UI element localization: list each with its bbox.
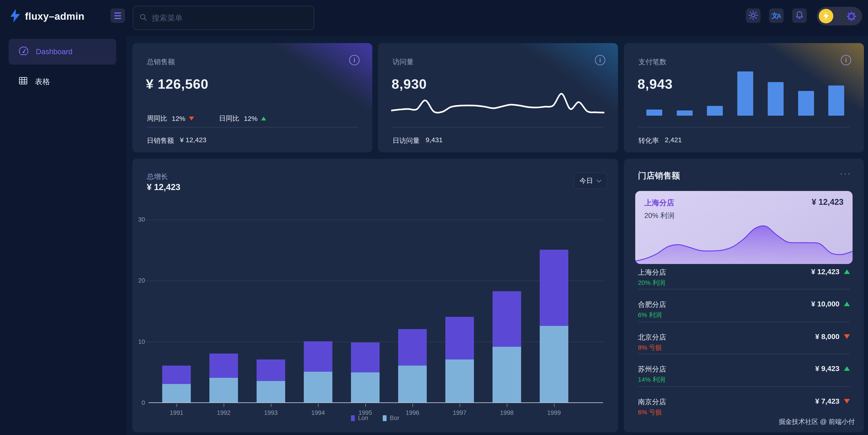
app-title: fluxy–admin — [25, 11, 84, 22]
legend-label: Lon — [358, 414, 368, 422]
mini-bar — [677, 111, 693, 116]
legend-swatch — [383, 415, 386, 421]
info-icon[interactable]: i — [349, 55, 360, 65]
avatar[interactable] — [819, 9, 833, 23]
legend-label: Bor — [390, 414, 399, 422]
divider — [638, 321, 850, 322]
footer-value: 9,431 — [426, 136, 443, 145]
shop-list-item[interactable]: 苏州分店 14% 利润 ¥ 9,423 — [638, 362, 850, 389]
shop-name: 南京分店 — [638, 397, 666, 407]
info-icon[interactable]: i — [595, 55, 605, 65]
range-select-value: 今日 — [580, 176, 593, 186]
chart-legend: LonBor — [132, 414, 618, 422]
stat-label: 总销售额 — [147, 57, 175, 67]
shop-list-item[interactable]: 北京分店 8% 亏损 ¥ 8,000 — [638, 330, 850, 356]
sidebar: Dashboard 表格 — [0, 36, 126, 435]
legend-item[interactable]: Bor — [383, 414, 399, 422]
sun-icon — [748, 10, 758, 21]
more-icon[interactable]: ··· — [840, 168, 851, 179]
stacked-bar — [256, 360, 285, 402]
notifications-button[interactable] — [792, 8, 807, 23]
lightning-bolt-icon — [10, 9, 21, 24]
panel-title: 门店销售额 — [638, 170, 680, 181]
shop-value: ¥ 8,000 — [815, 333, 839, 341]
x-axis-tick — [271, 404, 271, 407]
growth-chart-card: 总增长 ¥ 12,423 今日 010203019911992199319941… — [132, 159, 618, 432]
visits-sparkline-chart — [391, 89, 604, 120]
divider — [638, 386, 850, 387]
app-logo: fluxy–admin — [10, 9, 84, 24]
stat-footer: 日访问量 9,431 — [393, 136, 443, 145]
range-select[interactable]: 今日 — [574, 173, 608, 189]
divider — [393, 127, 603, 127]
bell-icon — [795, 10, 804, 21]
topbar: fluxy–admin — [0, 0, 868, 36]
featured-shop-name: 上海分店 — [644, 198, 674, 208]
footer-label: 日销售额 — [147, 136, 174, 145]
gear-icon[interactable] — [846, 11, 857, 23]
gridline — [145, 220, 603, 220]
divider — [638, 353, 850, 354]
divider — [147, 127, 358, 127]
profile-menu[interactable] — [817, 7, 862, 25]
shops-panel: 门店销售额 ··· 上海分店 ¥ 12,423 20% 利润 上海分店 20% … — [624, 159, 864, 432]
search-icon — [139, 13, 148, 23]
stacked-bar — [351, 342, 379, 402]
mini-bar — [737, 71, 753, 116]
shop-profit: 6% 利润 — [638, 311, 661, 319]
stacked-bar — [445, 317, 474, 402]
featured-shop-value: ¥ 12,423 — [812, 197, 843, 207]
shop-name: 上海分店 — [638, 268, 666, 277]
legend-item[interactable]: Lon — [351, 414, 368, 422]
chart-title: 总增长 — [147, 172, 168, 181]
shop-profit: 20% 利润 — [638, 279, 665, 287]
shop-area-chart — [635, 222, 852, 264]
theme-toggle-button[interactable] — [746, 8, 761, 23]
x-axis-tick — [412, 404, 413, 407]
stacked-bar — [398, 329, 427, 402]
sidebar-item-dashboard[interactable]: Dashboard — [9, 39, 116, 65]
decor-circle — [273, 43, 372, 114]
stat-value: ¥ 126,560 — [146, 76, 209, 92]
shop-list-item[interactable]: 上海分店 20% 利润 ¥ 12,423 — [638, 266, 850, 292]
trend-arrow-icon — [844, 399, 850, 403]
stacked-bar — [493, 291, 521, 402]
trend-up-icon — [261, 117, 266, 120]
chart-value: ¥ 12,423 — [147, 182, 180, 192]
stacked-bar — [209, 353, 238, 402]
trend-value: 12% — [172, 115, 185, 122]
stacked-bar — [162, 366, 191, 402]
mini-bar — [646, 110, 662, 116]
y-axis-label: 20 — [134, 277, 145, 284]
shop-loss: 8% 亏损 — [638, 343, 661, 352]
shop-name: 北京分店 — [638, 333, 666, 342]
sidebar-item-table[interactable]: 表格 — [9, 72, 116, 91]
y-axis-label: 10 — [134, 338, 145, 345]
sidebar-item-label: 表格 — [35, 77, 50, 87]
translate-icon: 文A — [772, 12, 781, 19]
x-axis-tick — [224, 404, 224, 407]
trend-arrow-icon — [844, 270, 850, 274]
dashboard-screen: fluxy–admin — [0, 0, 868, 435]
footer-label: 转化率 — [639, 136, 659, 145]
trend-value: 12% — [244, 115, 257, 122]
stat-label: 支付笔数 — [639, 57, 666, 67]
info-icon[interactable]: i — [841, 55, 851, 65]
stacked-bar-chart: 0102030199119921993199419951996199719981… — [149, 220, 603, 403]
search-input[interactable] — [152, 13, 308, 23]
shop-list-item[interactable]: 合肥分店 6% 利润 ¥ 10,000 — [638, 298, 850, 324]
divider — [638, 289, 850, 289]
mini-bar — [768, 82, 784, 116]
credit-text: 掘金技术社区 @ 前端小付 — [779, 417, 855, 426]
featured-shop-card[interactable]: 上海分店 ¥ 12,423 20% 利润 — [635, 191, 852, 264]
shop-loss: 6% 亏损 — [638, 408, 661, 416]
gauge-icon — [18, 45, 29, 58]
stat-card-payments: 支付笔数 i 8,943 转化率 2,421 — [624, 43, 864, 152]
legend-swatch — [351, 415, 355, 421]
menu-toggle-button[interactable] — [111, 8, 125, 23]
footer-value: ¥ 12,423 — [180, 136, 207, 145]
search-box — [133, 6, 314, 30]
trend-down-icon — [189, 117, 194, 120]
footer-label: 日访问量 — [393, 136, 420, 145]
language-button[interactable]: 文A — [769, 8, 784, 23]
